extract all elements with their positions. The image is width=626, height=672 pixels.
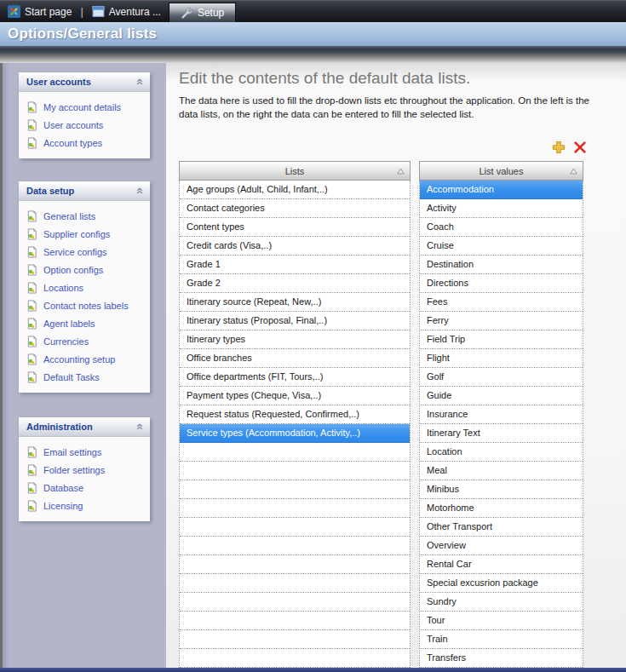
tab-setup[interactable]: Setup <box>169 3 236 23</box>
lists-row[interactable]: Credit cards (Visa,..) <box>180 237 410 256</box>
section-header-data-setup[interactable]: Data setup <box>19 181 150 201</box>
sidebar-item-accounting-setup[interactable]: Accounting setup <box>19 350 150 368</box>
lists-table: Lists Age groups (Adult, Child, Infant,.… <box>179 161 411 668</box>
document-icon <box>26 264 37 276</box>
values-row[interactable]: Transfers <box>420 649 583 668</box>
lists-row-empty <box>180 649 410 668</box>
lists-row[interactable]: Age groups (Adult, Child, Infant,..) <box>180 181 410 199</box>
sort-ascending-icon <box>397 168 405 175</box>
document-icon <box>26 464 37 476</box>
values-row[interactable]: Other Transport <box>420 518 583 537</box>
values-row[interactable]: Motorhome <box>420 499 583 518</box>
collapse-icon[interactable] <box>135 187 144 195</box>
values-row[interactable]: Tour <box>420 612 583 630</box>
page-header: Options/General lists <box>0 22 626 46</box>
sidebar-item-currencies[interactable]: Currencies <box>19 332 150 350</box>
lists-column-header[interactable]: Lists <box>179 161 411 181</box>
lists-row[interactable]: Itinerary source (Repeat, New,..) <box>180 293 410 312</box>
lists-row[interactable]: Office departments (FIT, Tours,..) <box>180 368 410 387</box>
values-row[interactable]: Destination <box>420 256 583 274</box>
lists-row-empty <box>180 574 410 593</box>
lists-row[interactable]: Grade 1 <box>180 256 410 274</box>
header-divider <box>0 46 626 63</box>
sidebar-item-label: Account types <box>43 138 102 148</box>
sidebar: User accounts My account details User ac… <box>0 63 166 668</box>
lists-row-selected[interactable]: Service types (Accommodation, Activity,.… <box>180 424 410 443</box>
collapse-icon[interactable] <box>135 422 144 431</box>
lists-row[interactable]: Contact categories <box>180 199 410 218</box>
values-row[interactable]: Minibus <box>420 480 583 499</box>
sidebar-item-licensing[interactable]: Licensing <box>19 497 150 514</box>
window-icon <box>92 5 105 18</box>
sidebar-item-label: General lists <box>43 211 95 221</box>
values-row[interactable]: Guide <box>420 387 583 405</box>
sidebar-item-label: Agent labels <box>43 319 95 329</box>
plus-icon <box>551 143 566 158</box>
lists-row[interactable]: Payment types (Cheque, Visa,..) <box>180 387 410 405</box>
values-row[interactable]: Overview <box>420 537 583 555</box>
values-row[interactable]: Insurance <box>420 405 583 424</box>
tab-start-page[interactable]: Start page <box>0 1 79 22</box>
document-icon <box>26 228 37 240</box>
content-area: User accounts My account details User ac… <box>0 63 626 668</box>
sidebar-item-locations[interactable]: Locations <box>19 279 150 296</box>
sidebar-item-label: Folder settings <box>43 465 105 475</box>
values-row[interactable]: Directions <box>420 274 583 293</box>
lists-row[interactable]: Office branches <box>180 349 410 368</box>
document-icon <box>26 318 37 330</box>
values-row[interactable]: Ferry <box>420 312 583 330</box>
sidebar-item-default-tasks[interactable]: Default Tasks <box>19 368 150 386</box>
sidebar-item-email-settings[interactable]: Email settings <box>19 443 150 461</box>
sidebar-item-account-types[interactable]: Account types <box>19 134 150 152</box>
sidebar-item-label: User accounts <box>43 120 103 130</box>
sidebar-item-my-account-details[interactable]: My account details <box>19 98 150 116</box>
values-row[interactable]: Train <box>420 630 583 649</box>
lists-row-empty <box>180 443 410 462</box>
tab-aventura[interactable]: Aventura ... <box>84 1 169 22</box>
sidebar-item-option-configs[interactable]: Option configs <box>19 261 150 279</box>
values-row[interactable]: Fees <box>420 293 583 312</box>
lists-row[interactable]: Request status (Requested, Confirmed,..) <box>180 405 410 424</box>
values-row[interactable]: Meal <box>420 462 583 480</box>
collapse-icon[interactable] <box>135 78 144 86</box>
sidebar-item-label: Database <box>43 483 83 493</box>
sidebar-item-user-accounts[interactable]: User accounts <box>19 116 150 134</box>
sidebar-item-contact-notes-labels[interactable]: Contact notes labels <box>19 296 150 314</box>
sidebar-item-supplier-configs[interactable]: Supplier configs <box>19 225 150 243</box>
lists-row-empty <box>180 630 410 649</box>
lists-row[interactable]: Grade 2 <box>180 274 410 293</box>
lists-table-body: Age groups (Adult, Child, Infant,..) Con… <box>179 181 411 668</box>
values-row[interactable]: Location <box>420 443 583 462</box>
values-row[interactable]: Golf <box>420 368 583 387</box>
lists-row-empty <box>180 499 410 518</box>
sidebar-item-general-lists[interactable]: General lists <box>19 207 150 225</box>
values-row[interactable]: Sundry <box>420 593 583 612</box>
sidebar-item-folder-settings[interactable]: Folder settings <box>19 461 150 479</box>
values-row[interactable]: Flight <box>420 349 583 368</box>
sidebar-item-database[interactable]: Database <box>19 479 150 497</box>
tab-bar: Start page | Aventura ... Setup <box>0 0 626 22</box>
values-row[interactable]: Rental Car <box>420 555 583 574</box>
values-row[interactable]: Field Trip <box>420 330 583 349</box>
window-bottom-edge <box>0 668 626 672</box>
lists-row[interactable]: Content types <box>180 218 410 237</box>
column-header-label: Lists <box>285 166 305 176</box>
values-row[interactable]: Itinerary Text <box>420 424 583 443</box>
tab-label: Aventura ... <box>109 6 161 18</box>
delete-value-button[interactable] <box>572 140 588 155</box>
section-header-administration[interactable]: Administration <box>19 417 150 437</box>
sidebar-item-agent-labels[interactable]: Agent labels <box>19 314 150 332</box>
lists-row[interactable]: Itinerary status (Proposal, Final,..) <box>180 312 410 330</box>
list-values-column-header[interactable]: List values <box>419 161 583 181</box>
values-row-selected[interactable]: Accommodation <box>420 181 583 199</box>
values-row[interactable]: Coach <box>420 218 583 237</box>
values-row[interactable]: Cruise <box>420 237 583 256</box>
document-icon <box>26 210 37 222</box>
lists-row[interactable]: Itinerary types <box>180 330 410 349</box>
values-row[interactable]: Special excusrion package <box>420 574 583 593</box>
lists-row-empty <box>180 555 410 574</box>
values-row[interactable]: Activity <box>420 199 583 218</box>
sidebar-item-service-configs[interactable]: Service configs <box>19 243 150 261</box>
section-header-user-accounts[interactable]: User accounts <box>19 72 150 92</box>
add-value-button[interactable] <box>551 140 566 155</box>
